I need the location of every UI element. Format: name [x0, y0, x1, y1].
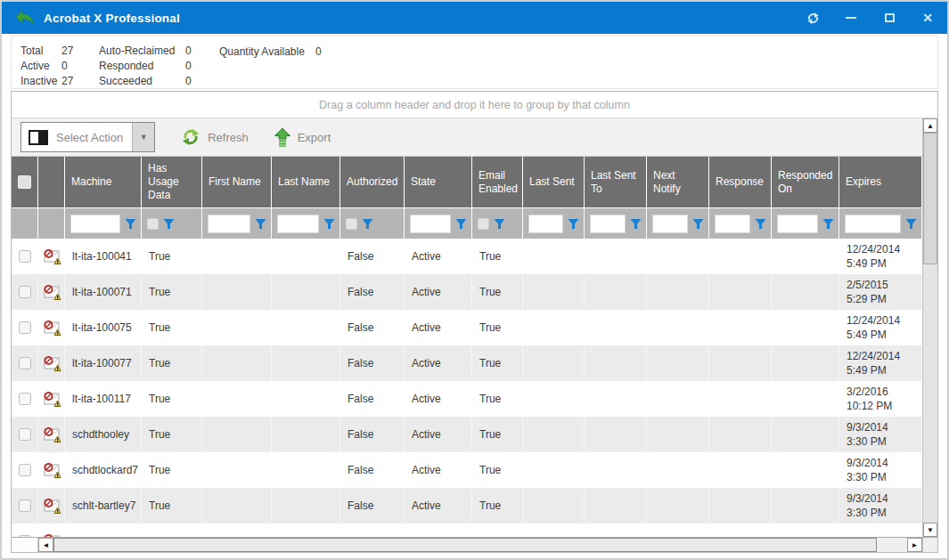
scroll-down-arrow[interactable]: ▼: [923, 523, 937, 537]
cell-text: lt-ita-100041: [72, 250, 132, 263]
cell-text: schdtlockard7: [72, 464, 138, 476]
stat-value: 0: [315, 45, 333, 58]
machine-filter-input[interactable]: [70, 215, 120, 233]
funnel-icon[interactable]: [692, 218, 704, 230]
table-row[interactable]: schdtlockard7TrueFalseActiveTrue9/3/2014…: [12, 452, 922, 488]
column-header-last_sent[interactable]: Last Sent: [523, 157, 585, 207]
responded_on-filter-input[interactable]: [777, 215, 818, 233]
state-filter-input[interactable]: [410, 215, 451, 233]
funnel-icon[interactable]: [125, 218, 136, 230]
vscrollbar-thumb[interactable]: [923, 133, 937, 264]
column-header-first_name[interactable]: First Name: [202, 157, 272, 207]
cell-state: Active: [405, 239, 472, 274]
cell-first_name: [202, 488, 272, 523]
funnel-icon[interactable]: [494, 218, 505, 230]
column-header-select[interactable]: [12, 157, 38, 207]
has_usage_data-filter-checkbox[interactable]: [147, 218, 159, 230]
table-row[interactable]: schlt-bartley7TrueFalseActiveTrue9/3/201…: [12, 488, 922, 523]
scroll-left-arrow[interactable]: ◄: [38, 538, 53, 552]
horizontal-scrollbar[interactable]: ◄ ►: [12, 537, 922, 552]
group-by-drop-zone[interactable]: Drag a column header and drop it here to…: [12, 92, 937, 118]
last_name-filter-input[interactable]: [277, 215, 319, 233]
column-header-icon: [38, 157, 65, 207]
column-header-last_sent_to[interactable]: Last Sent To: [585, 157, 647, 207]
row-checkbox[interactable]: [19, 464, 31, 476]
column-header-response[interactable]: Response: [709, 157, 772, 207]
hscrollbar-track[interactable]: [877, 538, 907, 552]
vscrollbar-track[interactable]: [923, 264, 937, 523]
row-checkbox[interactable]: [19, 428, 31, 441]
column-header-next_notify[interactable]: Next Notify: [647, 157, 709, 207]
last_sent-filter-input[interactable]: [528, 215, 563, 233]
funnel-icon[interactable]: [755, 218, 766, 230]
expires-filter-input[interactable]: [845, 215, 901, 233]
authorized-filter-checkbox[interactable]: [346, 218, 357, 230]
close-icon[interactable]: ✕: [920, 11, 935, 25]
column-header-label: Machine: [71, 175, 111, 189]
row-checkbox[interactable]: [19, 321, 31, 334]
email_enabled-filter-checkbox[interactable]: [478, 218, 489, 230]
cell-last_name: [272, 381, 340, 417]
stats-column-1: Total27 Active0 Inactive27: [20, 43, 88, 88]
last_sent_to-filter-input[interactable]: [590, 215, 626, 233]
funnel-icon[interactable]: [630, 218, 642, 230]
cell-icon: [38, 239, 65, 274]
funnel-icon[interactable]: [455, 218, 467, 230]
column-header-responded_on[interactable]: Responded On: [772, 157, 839, 207]
first_name-filter-input[interactable]: [208, 215, 250, 233]
mail-warning-icon: [42, 354, 61, 373]
cell-machine: lt-ita-100041: [65, 239, 142, 274]
table-row[interactable]: lt-ita-100117TrueFalseActiveTrue3/2/2016…: [12, 381, 922, 417]
row-checkbox[interactable]: [19, 393, 31, 405]
cell-has_usage_data: True: [142, 274, 202, 310]
row-checkbox[interactable]: [19, 286, 31, 298]
select-action-dropdown-arrow[interactable]: ▼: [132, 123, 154, 151]
cell-last_sent: [523, 417, 585, 452]
table-row[interactable]: lt-ita-100075TrueFalseActiveTrue12/24/20…: [12, 310, 922, 345]
table-row[interactable]: schlt-barrow7TrueFalseActiveTrue10/27/20…: [12, 523, 922, 537]
column-header-state[interactable]: State: [405, 157, 472, 207]
column-header-email_enabled[interactable]: Email Enabled: [472, 157, 523, 207]
next_notify-filter-input[interactable]: [652, 215, 688, 233]
cell-last_sent: [523, 488, 585, 523]
hscrollbar-thumb[interactable]: [53, 538, 877, 552]
vertical-scrollbar[interactable]: ▲ ▼: [922, 118, 937, 552]
row-checkbox[interactable]: [19, 357, 31, 369]
cell-text: False: [348, 321, 373, 334]
table-row[interactable]: lt-ita-100041TrueFalseActiveTrue12/24/20…: [12, 239, 922, 274]
export-button[interactable]: Export: [274, 127, 331, 147]
table-row[interactable]: schdthooleyTrueFalseActiveTrue9/3/20143:…: [12, 417, 922, 452]
funnel-icon[interactable]: [163, 218, 175, 230]
select-all-checkbox[interactable]: [18, 175, 31, 189]
table-row[interactable]: lt-ita-100071TrueFalseActiveTrue2/5/2015…: [12, 274, 922, 310]
column-header-last_name[interactable]: Last Name: [272, 157, 340, 207]
cell-text: False: [348, 250, 373, 263]
cell-text: Active: [412, 357, 441, 369]
row-checkbox[interactable]: [19, 499, 31, 512]
cell-state: Active: [405, 417, 472, 452]
refresh-icon[interactable]: [806, 11, 820, 25]
select-action-button[interactable]: Select Action ▼: [20, 122, 155, 152]
funnel-icon[interactable]: [362, 218, 373, 230]
column-header-expires[interactable]: Expires: [839, 157, 922, 207]
table-row[interactable]: lt-ita-100077TrueFalseActiveTrue12/24/20…: [12, 345, 922, 381]
funnel-icon[interactable]: [905, 218, 917, 230]
column-header-machine[interactable]: Machine: [65, 157, 142, 207]
minimize-icon[interactable]: [844, 11, 858, 25]
scroll-right-arrow[interactable]: ►: [907, 538, 922, 552]
filter-cell-icon: [38, 208, 65, 239]
scroll-up-arrow[interactable]: ▲: [923, 118, 937, 133]
cell-last_sent_to: [585, 381, 647, 417]
funnel-icon[interactable]: [255, 218, 266, 230]
funnel-icon[interactable]: [323, 218, 335, 230]
funnel-icon[interactable]: [822, 218, 834, 230]
cell-icon: [38, 523, 65, 537]
maximize-icon[interactable]: [882, 11, 896, 25]
funnel-icon[interactable]: [568, 218, 579, 230]
column-header-authorized[interactable]: Authorized: [340, 157, 405, 207]
refresh-button[interactable]: Refresh: [180, 127, 249, 147]
response-filter-input[interactable]: [715, 215, 750, 233]
cell-response: [709, 417, 772, 452]
row-checkbox[interactable]: [19, 250, 31, 263]
column-header-has_usage_data[interactable]: Has Usage Data: [142, 157, 202, 207]
